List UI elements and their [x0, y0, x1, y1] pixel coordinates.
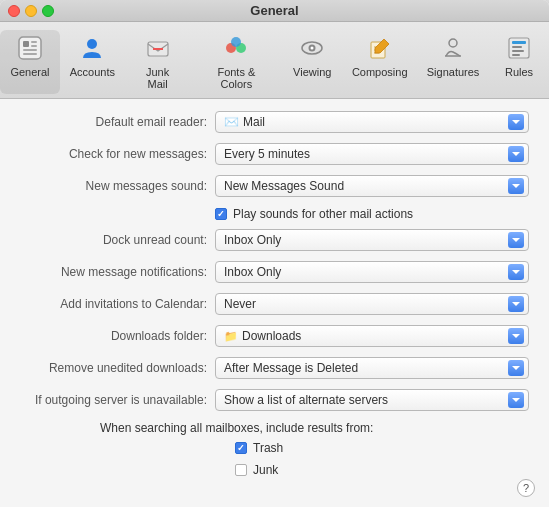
accounts-icon	[76, 32, 108, 64]
traffic-lights	[8, 5, 54, 17]
signatures-icon	[437, 32, 469, 64]
select-value-new-message-notifications: Inbox Only	[224, 265, 281, 279]
row-downloads-folder: Downloads folder: 📁Downloads	[20, 325, 529, 347]
control-check-new-messages: Every 5 minutes	[215, 143, 529, 165]
control-outgoing-server: Show a list of alternate servers	[215, 389, 529, 411]
toolbar-item-accounts[interactable]: Accounts	[60, 30, 125, 94]
svg-rect-24	[512, 50, 524, 52]
select-arrow-dock-unread-count	[508, 232, 524, 248]
window-title: General	[250, 3, 298, 18]
select-value-new-messages-sound: New Messages Sound	[224, 179, 344, 193]
select-arrow-new-messages-sound	[508, 178, 524, 194]
toolbar: General Accounts Junk Mail	[0, 22, 549, 99]
label-add-invitations: Add invitations to Calendar:	[20, 297, 215, 311]
toolbar-item-composing[interactable]: Composing	[342, 30, 417, 94]
select-value-downloads-folder: 📁Downloads	[224, 329, 301, 343]
select-arrow-outgoing-server	[508, 392, 524, 408]
maximize-button[interactable]	[42, 5, 54, 17]
select-remove-unedited[interactable]: After Message is Deleted	[215, 357, 529, 379]
svg-rect-22	[512, 41, 526, 44]
svg-rect-23	[512, 46, 522, 48]
svg-point-11	[231, 37, 241, 47]
checkbox-trash[interactable]	[235, 442, 247, 454]
signatures-label: Signatures	[427, 66, 480, 78]
toolbar-item-viewing[interactable]: Viewing	[282, 30, 342, 94]
label-downloads-folder: Downloads folder:	[20, 329, 215, 343]
select-arrow-new-message-notifications	[508, 264, 524, 280]
label-dock-unread-count: Dock unread count:	[20, 233, 215, 247]
rules-label: Rules	[505, 66, 533, 78]
search-section-label: When searching all mailboxes, include re…	[20, 421, 529, 435]
control-dock-unread-count: Inbox Only	[215, 229, 529, 251]
label-default-email-reader: Default email reader:	[20, 115, 215, 129]
svg-point-19	[449, 39, 457, 47]
checkbox-play-sounds[interactable]	[215, 208, 227, 220]
toolbar-item-general[interactable]: General	[0, 30, 60, 94]
select-arrow-default-email-reader	[508, 114, 524, 130]
footer-area: ?	[0, 477, 549, 507]
select-arrow-check-new-messages	[508, 146, 524, 162]
control-new-messages-sound: New Messages Sound	[215, 175, 529, 197]
select-check-new-messages[interactable]: Every 5 minutes	[215, 143, 529, 165]
label-new-message-notifications: New message notifications:	[20, 265, 215, 279]
toolbar-item-signatures[interactable]: Signatures	[417, 30, 489, 94]
general-icon	[14, 32, 46, 64]
control-add-invitations: Never	[215, 293, 529, 315]
junk-mail-icon	[142, 32, 174, 64]
svg-rect-1	[23, 41, 29, 47]
checkbox-junk[interactable]	[235, 464, 247, 476]
row-new-messages-sound: New messages sound: New Messages Sound	[20, 175, 529, 197]
toolbar-item-junk-mail[interactable]: Junk Mail	[125, 30, 191, 94]
row-play-sounds: Play sounds for other mail actions	[20, 207, 529, 221]
viewing-icon	[296, 32, 328, 64]
select-arrow-add-invitations	[508, 296, 524, 312]
select-new-messages-sound[interactable]: New Messages Sound	[215, 175, 529, 197]
row-trash: Trash	[20, 441, 529, 455]
help-button[interactable]: ?	[517, 479, 535, 497]
control-new-message-notifications: Inbox Only	[215, 261, 529, 283]
label-play-sounds: Play sounds for other mail actions	[233, 207, 413, 221]
select-arrow-downloads-folder	[508, 328, 524, 344]
fonts-colors-label: Fonts & Colors	[200, 66, 272, 90]
row-junk: Junk	[20, 463, 529, 477]
label-outgoing-server: If outgoing server is unavailable:	[20, 393, 215, 407]
select-value-default-email-reader: ✉️Mail	[224, 115, 265, 129]
svg-rect-3	[31, 45, 37, 47]
toolbar-item-rules[interactable]: Rules	[489, 30, 549, 94]
close-button[interactable]	[8, 5, 20, 17]
minimize-button[interactable]	[25, 5, 37, 17]
select-value-check-new-messages: Every 5 minutes	[224, 147, 310, 161]
row-add-invitations: Add invitations to Calendar: Never	[20, 293, 529, 315]
toolbar-item-fonts-colors[interactable]: Fonts & Colors	[190, 30, 282, 94]
content-area: Default email reader: ✉️Mail Check for n…	[0, 99, 549, 477]
row-dock-unread-count: Dock unread count: Inbox Only	[20, 229, 529, 251]
select-value-remove-unedited: After Message is Deleted	[224, 361, 358, 375]
select-outgoing-server[interactable]: Show a list of alternate servers	[215, 389, 529, 411]
svg-rect-0	[19, 37, 41, 59]
row-remove-unedited: Remove unedited downloads: After Message…	[20, 357, 529, 379]
svg-rect-4	[23, 49, 37, 51]
label-new-messages-sound: New messages sound:	[20, 179, 215, 193]
search-section-text: When searching all mailboxes, include re…	[100, 421, 373, 435]
svg-rect-2	[31, 41, 37, 43]
composing-label: Composing	[352, 66, 408, 78]
main-window: General General	[0, 0, 549, 507]
row-outgoing-server: If outgoing server is unavailable: Show …	[20, 389, 529, 411]
general-label: General	[10, 66, 49, 78]
fonts-colors-icon	[220, 32, 252, 64]
control-default-email-reader: ✉️Mail	[215, 111, 529, 133]
label-check-new-messages: Check for new messages:	[20, 147, 215, 161]
select-value-dock-unread-count: Inbox Only	[224, 233, 281, 247]
control-remove-unedited: After Message is Deleted	[215, 357, 529, 379]
viewing-label: Viewing	[293, 66, 331, 78]
select-default-email-reader[interactable]: ✉️Mail	[215, 111, 529, 133]
select-add-invitations[interactable]: Never	[215, 293, 529, 315]
label-remove-unedited: Remove unedited downloads:	[20, 361, 215, 375]
junk-mail-label: Junk Mail	[135, 66, 181, 90]
select-downloads-folder[interactable]: 📁Downloads	[215, 325, 529, 347]
select-dock-unread-count[interactable]: Inbox Only	[215, 229, 529, 251]
svg-point-14	[311, 47, 314, 50]
select-new-message-notifications[interactable]: Inbox Only	[215, 261, 529, 283]
label-junk: Junk	[253, 463, 278, 477]
accounts-label: Accounts	[70, 66, 115, 78]
